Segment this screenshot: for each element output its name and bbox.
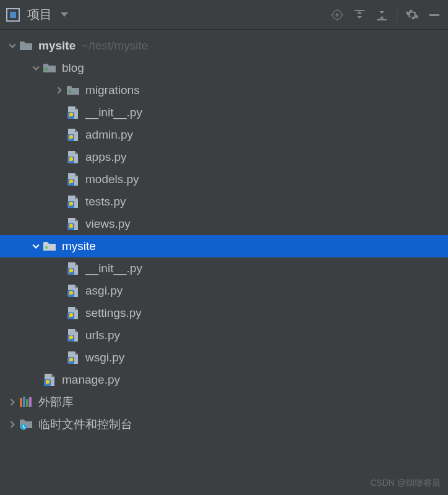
toolbar-left: 项目 (6, 6, 68, 23)
tree-label: admin.py (85, 128, 133, 142)
folder-icon (19, 38, 33, 53)
toolbar-separator (397, 7, 397, 23)
svg-rect-27 (29, 397, 32, 407)
tree-file-mysite-settings[interactable]: settings.py (0, 302, 448, 324)
tree-label: __init__.py (85, 262, 142, 275)
gear-icon[interactable] (405, 7, 420, 22)
tree-label: mysite (38, 39, 75, 53)
tree-label: urls.py (85, 329, 120, 342)
chevron-down-icon[interactable] (30, 243, 42, 250)
svg-point-10 (69, 90, 72, 93)
python-file-icon (66, 105, 80, 120)
tree-file-manage[interactable]: manage.py (0, 369, 448, 391)
tree-file-blog-admin[interactable]: admin.py (0, 124, 448, 146)
tree-label: views.py (85, 217, 131, 231)
project-icon (6, 8, 20, 22)
tree-file-blog-apps[interactable]: apps.py (0, 146, 448, 168)
tree-folder-blog[interactable]: blog (0, 57, 448, 79)
chevron-right-icon[interactable] (6, 421, 19, 428)
python-file-icon (66, 127, 80, 142)
tree-path: ~/test/mysite (82, 39, 148, 53)
chevron-down-icon[interactable] (6, 42, 19, 50)
tree-file-mysite-urls[interactable]: urls.py (0, 324, 448, 346)
tree-label: manage.py (62, 373, 120, 387)
python-file-icon (66, 306, 80, 321)
chevron-right-icon[interactable] (6, 398, 19, 406)
package-folder-icon (42, 61, 57, 75)
tree-label: mysite (62, 239, 96, 253)
tree-label: wsgi.py (85, 351, 124, 364)
target-icon[interactable] (330, 7, 345, 22)
python-file-icon (66, 283, 80, 298)
tree-label: settings.py (85, 306, 142, 320)
tree-label: migrations (85, 84, 140, 97)
tree-file-blog-tests[interactable]: tests.py (0, 191, 448, 213)
tree-root-mysite[interactable]: mysite ~/test/mysite (0, 35, 448, 57)
python-file-icon (66, 217, 80, 231)
project-tree[interactable]: mysite ~/test/mysite blog migrations __i… (0, 30, 448, 436)
tree-scratches[interactable]: 临时文件和控制台 (0, 413, 448, 436)
tree-file-blog-models[interactable]: models.py (0, 168, 448, 191)
svg-point-1 (336, 14, 338, 16)
python-file-icon (66, 172, 80, 187)
scratch-icon (19, 417, 33, 432)
tree-folder-mysite-pkg[interactable]: mysite (0, 235, 448, 257)
tree-folder-migrations[interactable]: migrations (0, 79, 448, 101)
tree-label: tests.py (85, 195, 126, 209)
chevron-right-icon[interactable] (53, 87, 66, 94)
tree-label: asgi.py (85, 284, 123, 298)
tree-external-libs[interactable]: 外部库 (0, 391, 448, 413)
tree-file-mysite-init[interactable]: __init__.py (0, 257, 448, 280)
project-dropdown[interactable]: 项目 (27, 6, 52, 23)
svg-rect-24 (20, 398, 22, 407)
svg-rect-8 (429, 14, 439, 16)
svg-rect-7 (377, 19, 387, 20)
svg-rect-26 (26, 399, 28, 407)
tree-file-mysite-wsgi[interactable]: wsgi.py (0, 346, 448, 369)
tree-file-mysite-asgi[interactable]: asgi.py (0, 280, 448, 302)
tree-file-blog-init[interactable]: __init__.py (0, 101, 448, 124)
tree-label: blog (62, 61, 84, 75)
toolbar-right (330, 7, 442, 23)
python-file-icon (66, 328, 80, 343)
svg-rect-25 (23, 397, 25, 407)
tree-label: 外部库 (38, 394, 74, 410)
tree-label: models.py (85, 173, 139, 186)
svg-rect-6 (355, 10, 364, 11)
tree-label: apps.py (85, 150, 127, 164)
package-folder-icon (66, 83, 80, 98)
tree-label: __init__.py (85, 106, 142, 119)
python-file-icon (42, 372, 57, 387)
python-file-icon (66, 194, 80, 209)
watermark: CSDN @烟缈睿晨 (370, 478, 441, 489)
expand-all-icon[interactable] (352, 7, 367, 22)
svg-point-9 (45, 68, 48, 71)
tree-file-blog-views[interactable]: views.py (0, 213, 448, 235)
python-file-icon (66, 350, 80, 365)
svg-point-17 (45, 246, 48, 249)
python-file-icon (66, 150, 80, 165)
package-folder-icon (42, 239, 57, 254)
dropdown-triangle-icon[interactable] (61, 12, 68, 17)
collapse-all-icon[interactable] (374, 7, 389, 22)
tree-label: 临时文件和控制台 (38, 416, 132, 433)
project-toolbar: 项目 (0, 0, 448, 30)
python-file-icon (66, 261, 80, 276)
chevron-down-icon[interactable] (30, 64, 42, 72)
minimize-icon[interactable] (427, 7, 442, 22)
library-icon (19, 395, 33, 410)
